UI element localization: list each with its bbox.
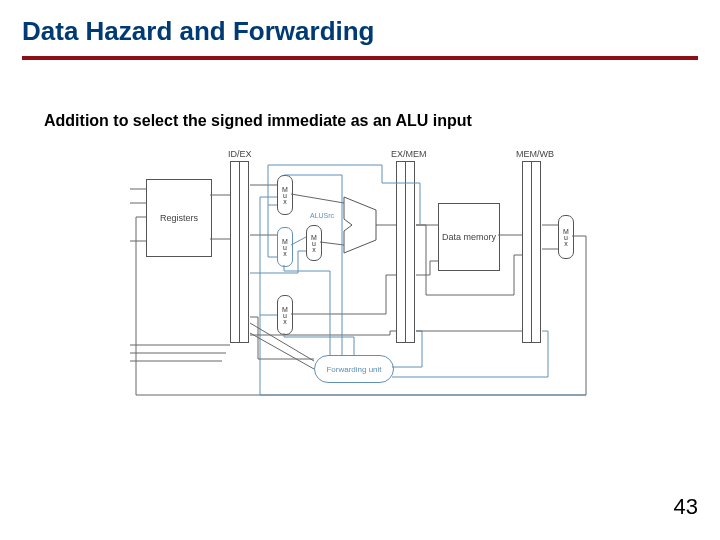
page-number: 43 xyxy=(674,494,698,520)
pipe-id-ex xyxy=(230,161,250,341)
svg-line-14 xyxy=(250,333,314,369)
mux-wb: Mux xyxy=(558,215,574,259)
label-alu: ALU xyxy=(354,219,372,229)
block-forwarding-unit: Forwarding unit xyxy=(314,355,394,383)
block-data-memory: Data memory xyxy=(438,203,500,271)
svg-line-6 xyxy=(291,237,306,245)
label-mem-wb: MEM/WB xyxy=(516,149,554,159)
label-id-ex: ID/EX xyxy=(228,149,252,159)
label-alusrc: ALUSrc xyxy=(310,212,334,219)
mux-b-inner: Mux xyxy=(306,225,322,261)
pipe-ex-mem xyxy=(396,161,416,341)
svg-line-7 xyxy=(320,242,344,245)
svg-line-5 xyxy=(291,194,344,203)
slide-title: Data Hazard and Forwarding xyxy=(22,16,375,47)
pipe-mem-wb xyxy=(522,161,542,341)
block-registers: Registers xyxy=(146,179,212,257)
pipeline-diagram: ID/EX EX/MEM MEM/WB Registers ALU ALUSrc… xyxy=(130,145,600,415)
mux-a: Mux xyxy=(277,175,293,215)
label-ex-mem: EX/MEM xyxy=(391,149,427,159)
mux-c: Mux xyxy=(277,295,293,335)
mux-b-outer: Mux xyxy=(277,227,293,267)
title-underline xyxy=(22,56,698,60)
slide-subtitle: Addition to select the signed immediate … xyxy=(44,112,472,130)
